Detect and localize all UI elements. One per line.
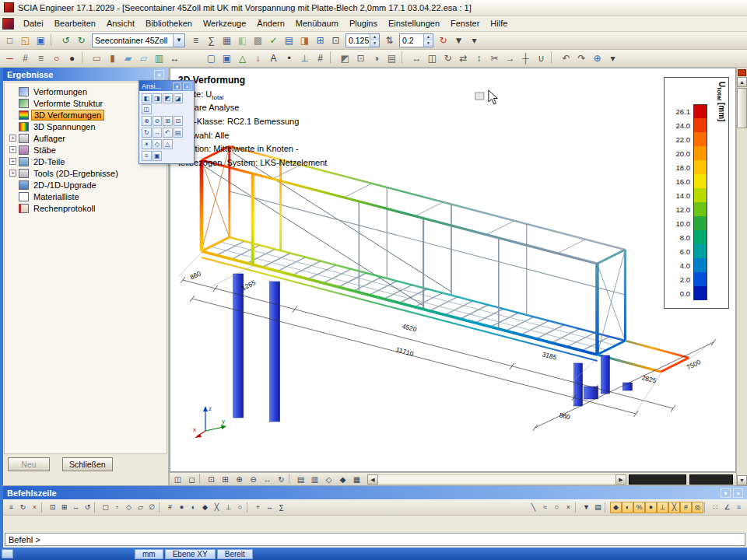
scroll-left-icon[interactable]: ◀ bbox=[367, 474, 378, 485]
scroll-thumb-dark[interactable] bbox=[629, 474, 686, 485]
column-tool-icon[interactable]: ▮ bbox=[105, 51, 120, 66]
scroll-right-icon[interactable]: ▶ bbox=[615, 474, 626, 485]
project-settings-icon[interactable]: ≡ bbox=[188, 33, 203, 48]
menu-bearbeiten[interactable]: Bearbeiten bbox=[49, 16, 101, 30]
snap-orthogonal-icon[interactable]: ⊥ bbox=[657, 502, 668, 513]
view-palette[interactable]: Ansi... ▾ × ◧◨◩◪◫⊕⊖⊞⊡↻↔↶▤☀◇△≡▣ bbox=[139, 80, 195, 164]
move-icon[interactable]: ↔ bbox=[409, 51, 424, 66]
view-front-icon[interactable]: ◨ bbox=[153, 93, 163, 103]
more-view-tools-icon[interactable]: ▾ bbox=[605, 51, 620, 66]
results-panel-header[interactable]: Ergebnisse × bbox=[3, 68, 168, 81]
results-icon[interactable]: ◧ bbox=[235, 33, 250, 48]
filter-type-icon[interactable]: ▼ bbox=[580, 502, 592, 513]
dimension-tool-icon[interactable]: ↔ bbox=[167, 51, 182, 66]
menu-ansicht[interactable]: Ansicht bbox=[101, 16, 140, 30]
chevron-down-icon[interactable]: ▾ bbox=[173, 82, 181, 90]
select-window-icon[interactable]: ▫ bbox=[111, 502, 123, 513]
close-button[interactable]: Schließen bbox=[62, 457, 113, 471]
new-project-icon[interactable]: □ bbox=[2, 33, 17, 48]
menu-bibliotheken[interactable]: Bibliotheken bbox=[140, 16, 198, 30]
snap-perpendicular-icon[interactable]: ⊥ bbox=[223, 502, 234, 513]
calculator-cmd-icon[interactable]: ∑ bbox=[275, 502, 287, 513]
pin-icon[interactable]: ▾ bbox=[721, 488, 731, 498]
rotate-icon[interactable]: ↻ bbox=[440, 51, 455, 66]
show-labels-icon[interactable]: A bbox=[266, 51, 281, 66]
show-supports-icon[interactable]: △ bbox=[235, 51, 250, 66]
filter-layer-icon[interactable]: ▤ bbox=[592, 502, 604, 513]
zoom-in-icon[interactable]: ⊕ bbox=[142, 116, 152, 126]
mirror-icon[interactable]: ⇄ bbox=[456, 51, 471, 66]
mesh-icon[interactable]: ▦ bbox=[219, 33, 234, 48]
snap-node-icon[interactable]: ● bbox=[176, 502, 188, 513]
engineering-report-icon[interactable]: ▤ bbox=[282, 33, 296, 48]
spin-down-icon[interactable]: ▼ bbox=[424, 40, 433, 47]
zoom-all-icon[interactable]: ⊡ bbox=[174, 116, 184, 126]
snap-percentage-icon[interactable]: % bbox=[633, 502, 645, 513]
save-icon[interactable]: ▣ bbox=[33, 33, 48, 48]
menu-einstellungen[interactable]: Einstellungen bbox=[383, 16, 445, 30]
expand-icon[interactable]: + bbox=[9, 158, 16, 165]
beam-tool-icon[interactable]: ▭ bbox=[89, 51, 104, 66]
zoom-out-icon[interactable]: ⊖ bbox=[153, 116, 163, 126]
copy-icon[interactable]: ◫ bbox=[425, 51, 440, 66]
named-views-icon[interactable]: ▤ bbox=[174, 128, 184, 138]
tree-item-rechenprotokoll[interactable]: + Rechenprotokoll bbox=[6, 202, 165, 214]
table-results-icon[interactable]: ⊞ bbox=[313, 33, 328, 48]
snap-end-icon[interactable]: ◆ bbox=[199, 502, 211, 513]
next-view-icon[interactable]: ↷ bbox=[574, 51, 589, 66]
perspective-icon[interactable]: ◆ bbox=[336, 474, 349, 485]
coordinate-input-icon[interactable]: + bbox=[252, 502, 264, 513]
redo-icon[interactable]: ↻ bbox=[74, 33, 89, 48]
extend-icon[interactable]: → bbox=[503, 51, 517, 66]
pan-view-icon[interactable]: ↔ bbox=[153, 128, 163, 138]
spin-up-icon[interactable]: ▲ bbox=[370, 34, 379, 40]
scale-auto-icon[interactable]: ⇅ bbox=[382, 33, 397, 48]
view-front-icon[interactable]: ▥ bbox=[308, 474, 321, 485]
snap-grid-icon[interactable]: # bbox=[164, 502, 176, 513]
concrete-check-icon[interactable]: ▩ bbox=[251, 33, 265, 48]
redraw-icon[interactable]: ↺ bbox=[82, 502, 93, 513]
zoom-all-cmd-icon[interactable]: ⊡ bbox=[47, 502, 58, 513]
measure-icon[interactable]: ↔ bbox=[264, 502, 275, 513]
results-lock-icon[interactable]: ▼ bbox=[451, 33, 466, 48]
menu-datei[interactable]: Datei bbox=[18, 16, 49, 30]
show-loads-icon[interactable]: ↓ bbox=[251, 51, 265, 66]
select-polygon-icon[interactable]: ◇ bbox=[123, 502, 135, 513]
spin-down-icon[interactable]: ▼ bbox=[370, 40, 379, 47]
vertical-scrollbar[interactable]: ▲ ▼ bbox=[736, 68, 747, 485]
scroll-up-icon[interactable]: ▲ bbox=[737, 77, 747, 87]
chevron-down-icon[interactable]: ▼ bbox=[173, 34, 184, 47]
panel-close-icon[interactable]: × bbox=[733, 488, 743, 498]
join-icon[interactable]: ∪ bbox=[534, 51, 549, 66]
show-nodes-icon[interactable]: • bbox=[282, 51, 296, 66]
grid-tool-icon[interactable]: # bbox=[18, 51, 33, 66]
snap-grid-points-icon[interactable]: # bbox=[680, 502, 692, 513]
snap-intersection-icon[interactable]: ╳ bbox=[211, 502, 223, 513]
expand-icon[interactable]: + bbox=[9, 135, 16, 142]
new-button[interactable]: Neu bbox=[8, 457, 50, 471]
escape-command-icon[interactable]: ≡ bbox=[5, 502, 17, 513]
status-workplane[interactable]: Ebene XY bbox=[165, 549, 216, 559]
image-gallery-icon[interactable]: ◨ bbox=[297, 33, 312, 48]
tree-item-materialliste[interactable]: + Materialliste bbox=[6, 191, 165, 202]
light-settings-icon[interactable]: ☀ bbox=[142, 139, 152, 149]
view-top-icon[interactable]: ▤ bbox=[294, 474, 307, 485]
rotate-view-icon[interactable]: ↻ bbox=[275, 474, 288, 485]
wireframe-render-icon[interactable]: ▢ bbox=[204, 51, 219, 66]
view-axo-icon[interactable]: ◧ bbox=[142, 93, 152, 103]
view-side-icon[interactable]: ◩ bbox=[163, 93, 173, 103]
status-grid-icon[interactable] bbox=[2, 549, 13, 558]
show-numbers-icon[interactable]: # bbox=[313, 51, 328, 66]
surface-render-icon[interactable]: ▣ bbox=[219, 51, 234, 66]
scale-large-stepper[interactable]: 0.2 ▲▼ bbox=[399, 33, 433, 47]
polyline-select-icon[interactable]: ≈ bbox=[539, 502, 551, 513]
scroll-track[interactable] bbox=[378, 474, 615, 485]
expand-icon[interactable]: + bbox=[9, 146, 16, 153]
previous-view-icon[interactable]: ↶ bbox=[559, 51, 573, 66]
menu-werkzeuge[interactable]: Werkzeuge bbox=[198, 16, 251, 30]
show-local-axes-icon[interactable]: ⊥ bbox=[297, 51, 312, 66]
repeat-command-icon[interactable]: ↻ bbox=[17, 502, 29, 513]
line-select-icon[interactable]: ╲ bbox=[528, 502, 539, 513]
previous-view-icon[interactable]: ↶ bbox=[163, 128, 173, 138]
view-top-icon[interactable]: ◪ bbox=[174, 93, 184, 103]
